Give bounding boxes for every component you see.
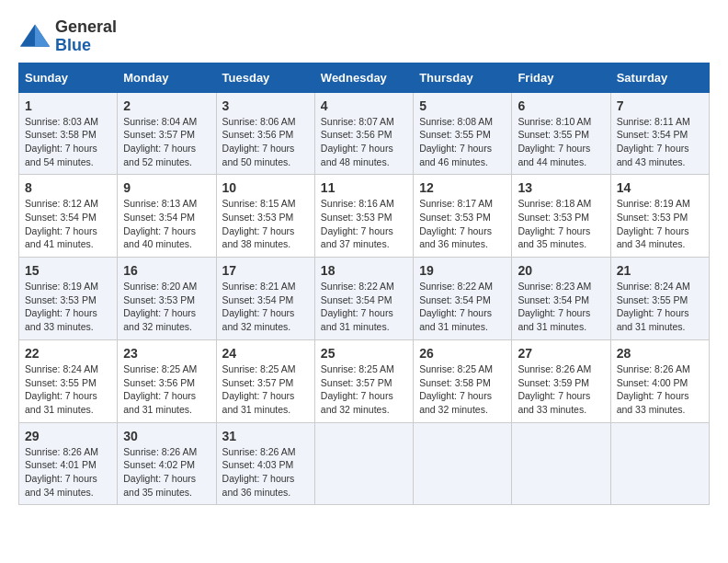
column-header-friday: Friday <box>512 63 610 92</box>
day-number: 2 <box>123 98 210 113</box>
calendar-cell: 6Sunrise: 8:10 AMSunset: 3:55 PMDaylight… <box>512 92 610 175</box>
day-info: Sunrise: 8:07 AMSunset: 3:56 PMDaylight:… <box>321 115 407 169</box>
column-header-wednesday: Wednesday <box>314 63 413 92</box>
column-header-sunday: Sunday <box>19 63 118 92</box>
day-number: 26 <box>419 346 506 361</box>
calendar-cell: 8Sunrise: 8:12 AMSunset: 3:54 PMDaylight… <box>19 175 118 258</box>
day-number: 9 <box>123 180 210 195</box>
day-info: Sunrise: 8:23 AMSunset: 3:54 PMDaylight:… <box>518 280 604 334</box>
day-info: Sunrise: 8:12 AMSunset: 3:54 PMDaylight:… <box>25 197 111 251</box>
day-info: Sunrise: 8:25 AMSunset: 3:57 PMDaylight:… <box>222 362 309 417</box>
day-number: 31 <box>222 429 309 443</box>
day-info: Sunrise: 8:10 AMSunset: 3:55 PMDaylight:… <box>518 115 604 169</box>
day-number: 10 <box>222 180 309 195</box>
calendar-cell: 16Sunrise: 8:20 AMSunset: 3:53 PMDayligh… <box>118 258 216 340</box>
day-info: Sunrise: 8:11 AMSunset: 3:54 PMDaylight:… <box>617 115 703 169</box>
day-number: 1 <box>25 98 111 113</box>
day-number: 30 <box>123 429 210 443</box>
day-info: Sunrise: 8:24 AMSunset: 3:55 PMDaylight:… <box>617 280 703 334</box>
calendar-cell: 14Sunrise: 8:19 AMSunset: 3:53 PMDayligh… <box>610 175 709 258</box>
day-number: 29 <box>25 429 111 443</box>
calendar-cell: 13Sunrise: 8:18 AMSunset: 3:53 PMDayligh… <box>512 175 610 258</box>
day-info: Sunrise: 8:18 AMSunset: 3:53 PMDaylight:… <box>518 197 604 251</box>
day-info: Sunrise: 8:20 AMSunset: 3:53 PMDaylight:… <box>123 280 210 334</box>
day-info: Sunrise: 8:24 AMSunset: 3:55 PMDaylight:… <box>25 362 111 417</box>
day-number: 11 <box>321 180 407 195</box>
calendar-cell <box>512 422 610 505</box>
calendar-cell: 31Sunrise: 8:26 AMSunset: 4:03 PMDayligh… <box>216 422 314 505</box>
day-number: 13 <box>518 180 604 195</box>
day-info: Sunrise: 8:26 AMSunset: 4:02 PMDaylight:… <box>123 445 210 500</box>
day-info: Sunrise: 8:26 AMSunset: 4:01 PMDaylight:… <box>25 445 111 500</box>
header-row: SundayMondayTuesdayWednesdayThursdayFrid… <box>19 63 710 92</box>
day-number: 19 <box>419 263 506 278</box>
calendar-cell <box>414 422 512 505</box>
day-info: Sunrise: 8:16 AMSunset: 3:53 PMDaylight:… <box>321 197 407 251</box>
column-header-tuesday: Tuesday <box>216 63 314 92</box>
day-info: Sunrise: 8:03 AMSunset: 3:58 PMDaylight:… <box>25 115 111 169</box>
day-info: Sunrise: 8:25 AMSunset: 3:58 PMDaylight:… <box>419 362 506 417</box>
calendar-cell: 2Sunrise: 8:04 AMSunset: 3:57 PMDaylight… <box>118 92 216 175</box>
day-number: 28 <box>617 346 703 361</box>
calendar-cell: 24Sunrise: 8:25 AMSunset: 3:57 PMDayligh… <box>216 339 314 422</box>
week-row-1: 1Sunrise: 8:03 AMSunset: 3:58 PMDaylight… <box>19 92 710 175</box>
day-number: 20 <box>518 263 604 278</box>
calendar-cell: 22Sunrise: 8:24 AMSunset: 3:55 PMDayligh… <box>19 339 118 422</box>
day-number: 23 <box>123 346 210 361</box>
logo: General Blue <box>18 18 117 55</box>
day-number: 3 <box>222 98 309 113</box>
week-row-3: 15Sunrise: 8:19 AMSunset: 3:53 PMDayligh… <box>19 258 710 340</box>
day-number: 14 <box>617 180 703 195</box>
day-info: Sunrise: 8:22 AMSunset: 3:54 PMDaylight:… <box>321 280 407 334</box>
calendar-cell: 11Sunrise: 8:16 AMSunset: 3:53 PMDayligh… <box>314 175 413 258</box>
calendar-cell: 28Sunrise: 8:26 AMSunset: 4:00 PMDayligh… <box>610 339 709 422</box>
day-number: 16 <box>123 263 210 278</box>
day-number: 7 <box>617 98 703 113</box>
calendar-cell: 1Sunrise: 8:03 AMSunset: 3:58 PMDaylight… <box>19 92 118 175</box>
column-header-thursday: Thursday <box>414 63 512 92</box>
logo-blue: Blue <box>55 37 117 55</box>
svg-marker-1 <box>35 24 50 46</box>
week-row-5: 29Sunrise: 8:26 AMSunset: 4:01 PMDayligh… <box>19 422 710 505</box>
calendar-cell: 10Sunrise: 8:15 AMSunset: 3:53 PMDayligh… <box>216 175 314 258</box>
calendar-cell: 15Sunrise: 8:19 AMSunset: 3:53 PMDayligh… <box>19 258 118 340</box>
calendar-cell: 23Sunrise: 8:25 AMSunset: 3:56 PMDayligh… <box>118 339 216 422</box>
calendar-cell: 7Sunrise: 8:11 AMSunset: 3:54 PMDaylight… <box>610 92 709 175</box>
calendar-cell: 21Sunrise: 8:24 AMSunset: 3:55 PMDayligh… <box>610 258 709 340</box>
logo-text: General Blue <box>55 18 117 55</box>
day-number: 27 <box>518 346 604 361</box>
day-info: Sunrise: 8:25 AMSunset: 3:56 PMDaylight:… <box>123 362 210 417</box>
day-number: 15 <box>25 263 111 278</box>
day-number: 12 <box>419 180 506 195</box>
day-info: Sunrise: 8:17 AMSunset: 3:53 PMDaylight:… <box>419 197 506 251</box>
calendar-cell: 29Sunrise: 8:26 AMSunset: 4:01 PMDayligh… <box>19 422 118 505</box>
day-number: 17 <box>222 263 309 278</box>
calendar-cell: 4Sunrise: 8:07 AMSunset: 3:56 PMDaylight… <box>314 92 413 175</box>
day-info: Sunrise: 8:26 AMSunset: 4:00 PMDaylight:… <box>617 362 703 417</box>
day-number: 22 <box>25 346 111 361</box>
calendar-cell: 17Sunrise: 8:21 AMSunset: 3:54 PMDayligh… <box>216 258 314 340</box>
calendar-cell: 25Sunrise: 8:25 AMSunset: 3:57 PMDayligh… <box>314 339 413 422</box>
calendar-cell: 19Sunrise: 8:22 AMSunset: 3:54 PMDayligh… <box>414 258 512 340</box>
calendar-cell: 12Sunrise: 8:17 AMSunset: 3:53 PMDayligh… <box>414 175 512 258</box>
day-info: Sunrise: 8:26 AMSunset: 3:59 PMDaylight:… <box>518 362 604 417</box>
day-number: 18 <box>321 263 407 278</box>
day-number: 25 <box>321 346 407 361</box>
week-row-4: 22Sunrise: 8:24 AMSunset: 3:55 PMDayligh… <box>19 339 710 422</box>
day-info: Sunrise: 8:13 AMSunset: 3:54 PMDaylight:… <box>123 197 210 251</box>
day-number: 21 <box>617 263 703 278</box>
day-info: Sunrise: 8:06 AMSunset: 3:56 PMDaylight:… <box>222 115 309 169</box>
calendar-cell: 30Sunrise: 8:26 AMSunset: 4:02 PMDayligh… <box>118 422 216 505</box>
header: General Blue <box>18 18 710 55</box>
day-number: 6 <box>518 98 604 113</box>
calendar-cell: 26Sunrise: 8:25 AMSunset: 3:58 PMDayligh… <box>414 339 512 422</box>
column-header-saturday: Saturday <box>610 63 709 92</box>
day-info: Sunrise: 8:26 AMSunset: 4:03 PMDaylight:… <box>222 445 309 500</box>
column-header-monday: Monday <box>118 63 216 92</box>
day-info: Sunrise: 8:25 AMSunset: 3:57 PMDaylight:… <box>321 362 407 417</box>
calendar-cell <box>610 422 709 505</box>
logo-icon <box>18 20 51 53</box>
day-info: Sunrise: 8:08 AMSunset: 3:55 PMDaylight:… <box>419 115 506 169</box>
day-info: Sunrise: 8:22 AMSunset: 3:54 PMDaylight:… <box>419 280 506 334</box>
day-info: Sunrise: 8:21 AMSunset: 3:54 PMDaylight:… <box>222 280 309 334</box>
